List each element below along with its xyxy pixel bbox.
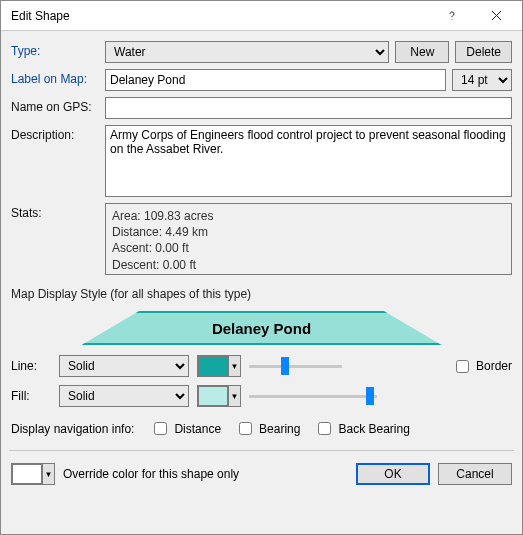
- shape-preview-label: Delaney Pond: [212, 320, 311, 337]
- border-checkbox-wrap[interactable]: Border: [452, 357, 512, 376]
- fill-color-button[interactable]: ▼: [197, 385, 241, 407]
- shape-preview: Delaney Pond: [82, 311, 442, 345]
- line-label: Line:: [11, 359, 51, 373]
- divider: [9, 450, 514, 451]
- line-style-select[interactable]: Solid: [59, 355, 189, 377]
- ok-button[interactable]: OK: [356, 463, 430, 485]
- stats-area: Area: 109.83 acres: [112, 208, 505, 224]
- titlebar: Edit Shape: [1, 1, 522, 31]
- chevron-down-icon: ▼: [42, 464, 54, 484]
- override-color-swatch: [12, 464, 42, 484]
- delete-button[interactable]: Delete: [455, 41, 512, 63]
- border-checkbox[interactable]: [456, 360, 469, 373]
- override-color-label: Override color for this shape only: [63, 467, 239, 481]
- label-on-map-input[interactable]: [105, 69, 446, 91]
- fill-style-select[interactable]: Solid: [59, 385, 189, 407]
- distance-checkbox-wrap[interactable]: Distance: [150, 419, 221, 438]
- close-button[interactable]: [474, 2, 518, 30]
- map-display-style-heading: Map Display Style (for all shapes of thi…: [11, 287, 512, 301]
- line-color-button[interactable]: ▼: [197, 355, 241, 377]
- edit-shape-dialog: Edit Shape Type: Water New Delete Label …: [0, 0, 523, 535]
- fill-label: Fill:: [11, 389, 51, 403]
- description-label: Description:: [11, 125, 99, 142]
- fill-opacity-slider[interactable]: [249, 386, 377, 406]
- line-color-swatch: [198, 356, 228, 376]
- stats-descent: Descent: 0.00 ft: [112, 257, 505, 273]
- chevron-down-icon: ▼: [228, 356, 240, 376]
- stats-distance: Distance: 4.49 km: [112, 224, 505, 240]
- distance-checkbox[interactable]: [154, 422, 167, 435]
- fill-color-swatch: [198, 386, 228, 406]
- back-bearing-checkbox-wrap[interactable]: Back Bearing: [314, 419, 409, 438]
- name-on-gps-input[interactable]: [105, 97, 512, 119]
- stats-box: Area: 109.83 acres Distance: 4.49 km Asc…: [105, 203, 512, 275]
- font-size-select[interactable]: 14 pt: [452, 69, 512, 91]
- cancel-button[interactable]: Cancel: [438, 463, 512, 485]
- description-textarea[interactable]: Army Corps of Engineers flood control pr…: [105, 125, 512, 197]
- override-color-button[interactable]: ▼: [11, 463, 55, 485]
- bearing-checkbox-label: Bearing: [259, 422, 300, 436]
- type-label: Type:: [11, 41, 99, 58]
- help-button[interactable]: [430, 2, 474, 30]
- nav-info-label: Display navigation info:: [11, 422, 134, 436]
- line-width-slider[interactable]: [249, 356, 342, 376]
- label-on-map-label: Label on Map:: [11, 69, 99, 86]
- name-on-gps-label: Name on GPS:: [11, 97, 99, 114]
- bearing-checkbox[interactable]: [239, 422, 252, 435]
- new-button[interactable]: New: [395, 41, 449, 63]
- bearing-checkbox-wrap[interactable]: Bearing: [235, 419, 300, 438]
- chevron-down-icon: ▼: [228, 386, 240, 406]
- type-select[interactable]: Water: [105, 41, 389, 63]
- stats-label: Stats:: [11, 203, 99, 220]
- border-checkbox-label: Border: [476, 359, 512, 373]
- window-title: Edit Shape: [11, 9, 430, 23]
- back-bearing-checkbox[interactable]: [318, 422, 331, 435]
- distance-checkbox-label: Distance: [174, 422, 221, 436]
- stats-ascent: Ascent: 0.00 ft: [112, 240, 505, 256]
- back-bearing-checkbox-label: Back Bearing: [338, 422, 409, 436]
